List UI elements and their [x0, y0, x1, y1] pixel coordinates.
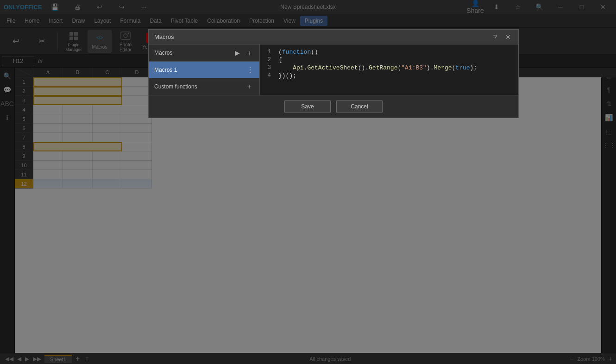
- macros-dialog: Macros ? ✕ Macros ▶ + Mac: [148, 29, 519, 118]
- custom-fn-header: Custom functions +: [149, 78, 259, 95]
- macros-section-label: Macros: [154, 50, 172, 56]
- code-line-4: 4 })();: [260, 72, 518, 80]
- add-macro-btn[interactable]: +: [245, 48, 254, 57]
- macros-panel-header: Macros ▶ +: [149, 44, 259, 62]
- macro-name-1: Macros 1: [154, 67, 177, 73]
- macros-panel-actions: ▶ +: [233, 48, 254, 57]
- add-custom-fn-btn[interactable]: +: [245, 82, 254, 91]
- macro-list-panel: Macros ▶ + Macros 1 ⋮ Custom functions: [149, 44, 260, 95]
- line-content-1: (function(): [278, 49, 518, 56]
- dialog-controls: ? ✕: [490, 32, 513, 42]
- line-num-3: 3: [260, 64, 278, 71]
- cancel-button[interactable]: Cancel: [336, 100, 383, 113]
- dialog-help-btn[interactable]: ?: [490, 32, 500, 42]
- dialog-footer: Save Cancel: [149, 95, 518, 118]
- code-line-2: 2 {: [260, 56, 518, 64]
- code-area[interactable]: 1 (function() 2 { 3 Api.GetActiveSheet()…: [260, 44, 518, 95]
- code-line-3: 3 Api.GetActiveSheet().GetRange("A1:B3")…: [260, 64, 518, 72]
- macros-list: Macros 1 ⋮: [149, 62, 259, 78]
- dialog-title: Macros: [154, 33, 174, 40]
- line-num-4: 4: [260, 72, 278, 79]
- dialog-body: Macros ▶ + Macros 1 ⋮ Custom functions: [149, 44, 518, 95]
- code-line-1: 1 (function(): [260, 48, 518, 56]
- dialog-overlay: Macros ? ✕ Macros ▶ + Mac: [0, 0, 616, 364]
- macro-item-1[interactable]: Macros 1 ⋮: [149, 62, 259, 78]
- save-button[interactable]: Save: [284, 100, 331, 113]
- macro-options-1[interactable]: ⋮: [246, 65, 254, 74]
- line-content-2: {: [278, 56, 518, 63]
- line-content-4: })();: [278, 72, 518, 79]
- run-macro-btn[interactable]: ▶: [233, 48, 242, 57]
- custom-functions-section: Custom functions +: [149, 78, 259, 95]
- dialog-close-btn[interactable]: ✕: [503, 32, 513, 42]
- custom-fn-label: Custom functions: [154, 83, 197, 90]
- line-num-2: 2: [260, 56, 278, 63]
- dialog-titlebar: Macros ? ✕: [149, 30, 518, 44]
- line-content-3: Api.GetActiveSheet().GetRange("A1:B3").M…: [278, 64, 518, 71]
- code-editor[interactable]: 1 (function() 2 { 3 Api.GetActiveSheet()…: [260, 44, 518, 95]
- line-num-1: 1: [260, 49, 278, 55]
